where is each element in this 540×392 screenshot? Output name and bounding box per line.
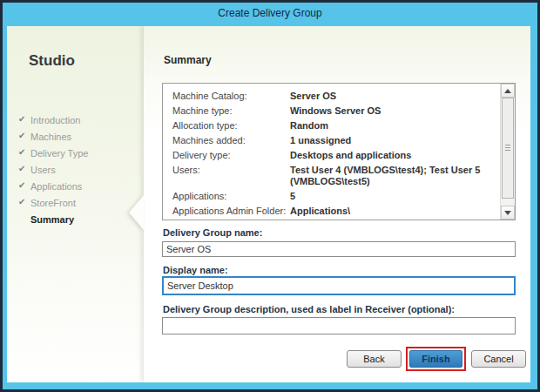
- summary-row-label: Delivery type:: [172, 150, 290, 161]
- summary-row: Machine type:Windows Server OS: [163, 104, 499, 118]
- sidebar-step-label: StoreFront: [30, 198, 76, 208]
- scroll-down-button[interactable]: [501, 206, 515, 220]
- summary-row-label: Machine type:: [172, 105, 290, 117]
- sidebar-step-delivery-type[interactable]: ✔Delivery Type: [7, 144, 144, 160]
- description-label: Delivery Group description, used as labe…: [163, 304, 455, 314]
- create-delivery-group-dialog: Create Delivery Group Studio ✔Introducti…: [0, 0, 540, 392]
- summary-row-label: Machine Catalog:: [172, 91, 290, 102]
- page-title: Summary: [164, 54, 212, 66]
- check-icon: ✔: [18, 111, 30, 127]
- summary-row-label: Machines added:: [172, 135, 290, 146]
- studio-title: Studio: [29, 52, 75, 70]
- sidebar-step-label: Introduction: [30, 115, 80, 125]
- display-name-input[interactable]: [162, 276, 516, 295]
- scrollbar-grip-icon: [505, 145, 510, 152]
- summary-row-label: Applications:: [172, 191, 290, 202]
- delivery-group-name-label: Delivery Group name:: [163, 227, 262, 238]
- cancel-button[interactable]: Cancel: [471, 350, 526, 368]
- finish-button[interactable]: Finish: [409, 350, 462, 368]
- summary-row: Applications Admin Folder:Applications\: [163, 204, 499, 219]
- check-icon: ✔: [18, 177, 30, 193]
- summary-row: Machine Catalog:Server OS: [163, 89, 499, 104]
- summary-row-label: Applications Admin Folder:: [172, 206, 290, 217]
- sidebar-step-users[interactable]: ✔Users: [7, 160, 144, 177]
- check-icon: ✔: [18, 193, 30, 210]
- summary-row-value: Server OS: [290, 91, 499, 102]
- check-icon: ✔: [18, 160, 30, 177]
- scroll-up-button[interactable]: [501, 84, 515, 98]
- delivery-group-name-input[interactable]: [162, 241, 516, 257]
- summary-scrollbar[interactable]: [500, 84, 515, 220]
- summary-row: Applications:5: [163, 189, 499, 204]
- back-button[interactable]: Back: [347, 350, 402, 368]
- window-titlebar: Create Delivery Group: [3, 3, 537, 24]
- summary-row: Users:Test User 4 (VMBLOGS\test4); Test …: [163, 163, 499, 189]
- summary-row: Machines added:1 unassigned: [163, 133, 499, 148]
- sidebar-step-machines[interactable]: ✔Machines: [7, 127, 144, 144]
- summary-row-label: Users:: [172, 165, 290, 187]
- wizard-steps: ✔Introduction✔Machines✔Delivery Type✔Use…: [7, 111, 144, 226]
- sidebar-step-label: Delivery Type: [30, 148, 88, 159]
- summary-row-value: Applications\: [290, 206, 499, 217]
- sidebar-step-applications[interactable]: ✔Applications: [7, 177, 144, 193]
- summary-row-value: Windows Server OS: [290, 105, 499, 117]
- check-icon: ✔: [18, 144, 30, 160]
- current-step-pointer: [129, 195, 144, 230]
- dialog-content: Studio ✔Introduction✔Machines✔Delivery T…: [7, 26, 530, 382]
- scroll-up-icon: [504, 89, 511, 93]
- window-title: Create Delivery Group: [218, 7, 321, 19]
- summary-row: Allocation type:Random: [163, 118, 499, 133]
- sidebar-step-label: Applications: [30, 181, 82, 192]
- wizard-sidebar: Studio ✔Introduction✔Machines✔Delivery T…: [7, 26, 144, 382]
- summary-row-label: Allocation type:: [172, 120, 290, 132]
- finish-highlight-annotation: Finish: [406, 347, 466, 371]
- summary-row-value: 5: [290, 191, 499, 202]
- check-icon: ✔: [18, 127, 30, 144]
- description-input[interactable]: [162, 317, 516, 335]
- summary-row-value: Desktops and applications: [290, 150, 499, 161]
- scroll-down-icon: [504, 211, 511, 215]
- summary-row-value: Random: [290, 120, 499, 132]
- sidebar-step-summary[interactable]: Summary: [7, 210, 144, 226]
- sidebar-step-label: Users: [30, 165, 56, 175]
- sidebar-step-label: Machines: [30, 132, 71, 142]
- summary-row-value: Test User 4 (VMBLOGS\test4); Test User 5…: [290, 165, 499, 187]
- summary-page: Summary Machine Catalog:Server OSMachine…: [144, 26, 530, 382]
- display-name-label: Display name:: [163, 265, 228, 275]
- sidebar-step-storefront[interactable]: ✔StoreFront: [7, 193, 144, 210]
- summary-rows: Machine Catalog:Server OSMachine type:Wi…: [163, 89, 499, 219]
- sidebar-step-introduction[interactable]: ✔Introduction: [7, 111, 144, 127]
- sidebar-step-label: Summary: [30, 214, 74, 225]
- scrollbar-thumb[interactable]: [502, 98, 514, 199]
- summary-box: Machine Catalog:Server OSMachine type:Wi…: [162, 83, 516, 220]
- summary-row: Delivery type:Desktops and applications: [163, 148, 499, 163]
- summary-row-value: 1 unassigned: [290, 135, 499, 146]
